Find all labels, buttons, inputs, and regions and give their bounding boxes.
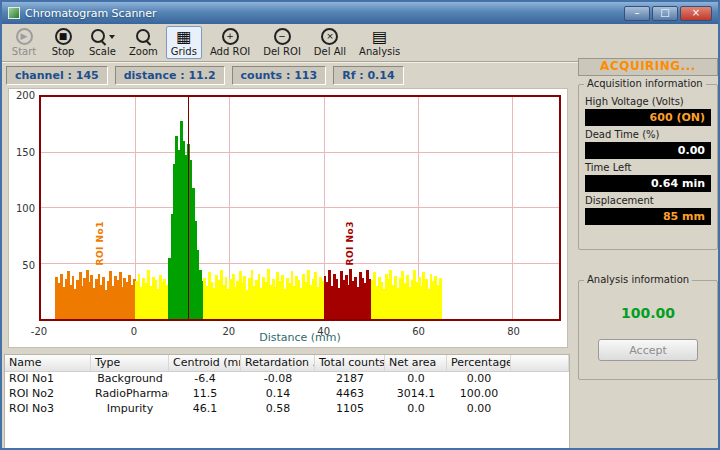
dead-time-label: Dead Time (%)	[585, 129, 711, 140]
analysis-information-group: Analysis information 100.00 Accept	[578, 280, 718, 380]
app-icon	[8, 7, 20, 19]
roi-region-label: ROI No3	[345, 221, 355, 266]
displacement-value: 85 mm	[585, 208, 711, 225]
table-cell: 46.1	[169, 402, 241, 417]
dead-time-value: 0.00	[585, 142, 711, 159]
toolbar-button-zoom[interactable]: Zoom	[124, 26, 163, 59]
table-body: ROI No1Background-6.4-0.0821870.00.00ROI…	[5, 372, 569, 417]
chromatogram-scanner-window: { "window": { "title": "Chromatogram Sca…	[0, 0, 720, 450]
table-cell: 0.0	[385, 372, 447, 387]
acquiring-status-badge: ACQUIRING...	[578, 58, 718, 76]
table-row[interactable]: ROI No3Impurity46.10.5811050.00.00	[5, 402, 569, 417]
table-column-header[interactable]: Retardation ...	[241, 355, 315, 371]
table-cell: Impurity	[91, 402, 169, 417]
roi-results-table: NameTypeCentroid (mm)Retardation ...Tota…	[4, 354, 570, 449]
table-cell: Background	[91, 372, 169, 387]
toolbar-button-del-all[interactable]: × Del All	[309, 26, 351, 59]
rf-readout: Rf : 0.14	[333, 66, 403, 85]
table-cell: 3014.1	[385, 387, 447, 402]
table-column-header[interactable]: Name	[5, 355, 91, 371]
counts-readout: counts : 113	[232, 66, 327, 85]
table-header-row: NameTypeCentroid (mm)Retardation ...Tota…	[5, 355, 569, 372]
table-cell: ROI No1	[5, 372, 91, 387]
high-voltage-value: 600 (ON)	[585, 109, 711, 126]
toolbar-button-label: Start	[12, 46, 36, 57]
toolbar-button-stop[interactable]: ■ Stop	[45, 26, 81, 59]
table-column-header[interactable]: Net area	[385, 355, 447, 371]
x-axis-tick-label: 80	[499, 326, 529, 337]
table-cell: RadioPharmace...	[91, 387, 169, 402]
toolbar-button-label: Del ROI	[263, 46, 301, 57]
toolbar-button-add-roi[interactable]: + Add ROI	[205, 26, 255, 59]
grid-icon: ▦	[176, 28, 191, 45]
table-row[interactable]: ROI No2RadioPharmace...11.50.1444633014.…	[5, 387, 569, 402]
roi-region-label: ROI No1	[95, 221, 105, 266]
table-cell: 100.00	[447, 387, 511, 402]
x-axis-tick-label: 40	[309, 326, 339, 337]
table-cell: 0.00	[447, 402, 511, 417]
distance-readout: distance : 11.2	[115, 66, 225, 85]
magnifier-icon	[90, 28, 107, 45]
plus-circle-icon: +	[222, 28, 239, 45]
y-axis-tick-label: 50	[11, 260, 35, 271]
title-bar[interactable]: Chromatogram Scanner – □ ×	[2, 2, 718, 24]
group-title: Analysis information	[584, 274, 692, 285]
table-cell: ROI No2	[5, 387, 91, 402]
toolbar-button-label: Del All	[314, 46, 346, 57]
toolbar-button-start[interactable]: ▶ Start	[6, 26, 42, 59]
table-column-header[interactable]: Percentage	[447, 355, 511, 371]
table-cell: 0.14	[241, 387, 315, 402]
chromatogram-chart-panel: ROI No1ROI No2ROI No3 Distance (mm) 5010…	[8, 88, 568, 348]
acquisition-information-group: Acquisition information High Voltage (Vo…	[578, 84, 718, 250]
channel-readout: channel : 145	[6, 66, 108, 85]
x-axis-tick-label: -20	[24, 326, 54, 337]
x-circle-icon: ×	[321, 28, 338, 45]
high-voltage-label: High Voltage (Volts)	[585, 96, 711, 107]
y-axis-tick-label: 150	[11, 147, 35, 158]
gridline-vertical	[512, 97, 513, 319]
table-cell: 4463	[315, 387, 385, 402]
x-axis-tick-label: 60	[404, 326, 434, 337]
cursor-marker-line	[188, 97, 189, 319]
accept-button[interactable]: Accept	[598, 339, 698, 361]
y-axis-tick-label: 100	[11, 203, 35, 214]
table-row[interactable]: ROI No1Background-6.4-0.0821870.00.00	[5, 372, 569, 387]
toolbar-button-scale[interactable]: Scale	[84, 26, 121, 59]
report-icon: ▤	[372, 28, 387, 45]
scale-icon-group	[90, 28, 115, 45]
maximize-button[interactable]: □	[652, 6, 678, 21]
right-panel: ACQUIRING... Acquisition information Hig…	[578, 58, 718, 448]
table-cell: -0.08	[241, 372, 315, 387]
close-button[interactable]: ×	[680, 6, 712, 21]
toolbar-button-label: Add ROI	[210, 46, 250, 57]
gridline-horizontal	[41, 263, 559, 264]
x-axis-tick-label: 0	[119, 326, 149, 337]
group-title: Acquisition information	[584, 78, 706, 89]
zoom-magnifier-icon	[135, 28, 152, 45]
minimize-button[interactable]: –	[624, 6, 650, 21]
chromatogram-plot-area[interactable]: ROI No1ROI No2ROI No3	[39, 95, 561, 321]
table-column-header[interactable]: Total counts	[315, 355, 385, 371]
toolbar-button-label: Scale	[89, 46, 116, 57]
y-axis-tick-label: 200	[11, 90, 35, 101]
toolbar-button-label: Stop	[52, 46, 75, 57]
table-cell: 2187	[315, 372, 385, 387]
table-cell: 0.00	[447, 372, 511, 387]
window-controls: – □ ×	[624, 6, 712, 21]
analysis-percentage-value: 100.00	[585, 305, 711, 321]
stop-icon: ■	[55, 28, 72, 45]
table-cell: 0.58	[241, 402, 315, 417]
table-column-header[interactable]: Centroid (mm)	[169, 355, 241, 371]
gridline-horizontal	[41, 152, 559, 153]
table-cell: -6.4	[169, 372, 241, 387]
toolbar-button-del-roi[interactable]: − Del ROI	[258, 26, 306, 59]
displacement-label: Displacement	[585, 195, 711, 206]
table-cell: 0.0	[385, 402, 447, 417]
table-cell: 11.5	[169, 387, 241, 402]
toolbar-button-label: Analysis	[359, 46, 400, 57]
toolbar-button-analysis[interactable]: ▤ Analysis	[354, 26, 405, 59]
table-column-header[interactable]: Type	[91, 355, 169, 371]
toolbar-button-grids[interactable]: ▦ Grids	[166, 26, 202, 59]
gridline-horizontal	[41, 207, 559, 208]
table-header-filler	[511, 355, 569, 371]
